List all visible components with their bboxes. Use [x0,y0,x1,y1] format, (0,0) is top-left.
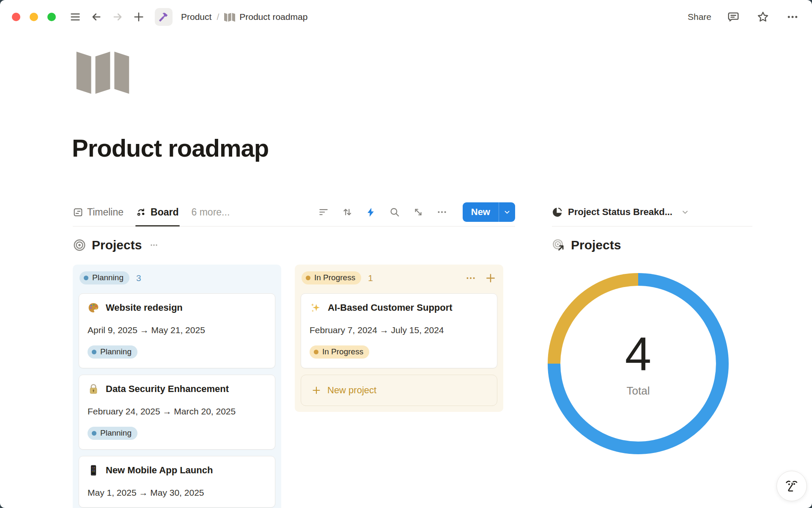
status-badge-in-progress: In Progress [310,345,369,359]
window-controls [12,13,56,21]
more-options-icon[interactable] [785,9,800,25]
palette-icon [88,302,99,314]
target-icon [73,238,86,252]
column-name: In Progress [314,273,355,282]
column-more-icon[interactable] [465,273,476,284]
new-button[interactable]: New [463,202,515,222]
status-badge-planning: Planning [80,271,129,284]
view-header: Timeline Board 6 more... [73,198,515,226]
tab-timeline-label: Timeline [87,207,123,218]
chart-section-head: Projects [552,234,752,256]
new-project-button[interactable]: New project [301,375,497,406]
new-button-label: New [463,202,499,222]
new-button-chevron-down-icon[interactable] [499,202,515,222]
comments-icon[interactable] [726,9,741,25]
board-title: Projects [92,238,142,252]
card-title: Website redesign [106,302,183,313]
hammer-icon[interactable] [155,8,173,26]
tab-board[interactable]: Board [136,198,178,226]
column-in-progress: In Progress 1 [295,265,503,412]
breadcrumb-root[interactable]: Product [181,12,211,22]
share-button[interactable]: Share [688,12,711,22]
column-count: 1 [368,273,373,283]
chart-title: Projects [571,238,621,252]
card-dates: February 24, 2025 → March 20, 2025 [88,406,266,417]
new-tab-plus-icon[interactable] [131,9,146,25]
card-data-security-enhancement[interactable]: Data Security Enhancement February 24, 2… [79,375,275,450]
board-icon [136,207,147,218]
expand-icon[interactable] [413,207,424,218]
filter-icon[interactable] [318,207,329,218]
card-dates: May 1, 2025 → May 30, 2025 [88,488,266,498]
status-badge-planning: Planning [88,345,137,359]
mobile-phone-icon [88,464,99,476]
card-title: Data Security Enhancement [106,384,229,395]
chart-view-selector[interactable]: Project Status Breakd... [552,207,689,218]
column-count: 3 [136,273,141,283]
breadcrumb-separator: / [217,12,219,22]
board-options-icon[interactable] [149,240,159,250]
card-dates: April 9, 2025 → May 21, 2025 [88,325,266,335]
view-more-icon[interactable] [436,207,447,218]
column-planning-header[interactable]: Planning 3 [79,270,275,287]
board-section-head: Projects [73,234,515,256]
sort-icon[interactable] [342,207,353,218]
tab-board-label: Board [151,207,178,218]
topbar: Product / Product roadmap Share [0,0,812,34]
search-icon[interactable] [389,207,400,218]
tab-timeline[interactable]: Timeline [73,198,123,226]
close-window-button[interactable] [12,13,20,21]
forward-icon[interactable] [110,9,125,25]
donut-center: 4 Total [548,273,729,454]
column-in-progress-header[interactable]: In Progress 1 [301,270,497,287]
lock-icon [88,383,99,395]
back-icon[interactable] [89,9,104,25]
automation-bolt-icon[interactable] [365,207,376,218]
favorite-star-icon[interactable] [755,9,771,25]
new-project-label: New project [327,385,376,396]
target-link-icon [552,238,565,252]
app-window: Product / Product roadmap Share [0,0,812,508]
board-pane: Timeline Board 6 more... [73,198,515,508]
card-website-redesign[interactable]: Website redesign April 9, 2025 → May 21,… [79,293,275,368]
notion-ai-face-icon [783,478,800,494]
view-toolbar: New [318,202,515,222]
chart-pane: Project Status Breakd... Projects [552,198,752,454]
topbar-actions: Share [688,9,800,25]
map-icon [224,12,235,22]
card-title: New Mobile App Launch [106,465,213,476]
board-columns: Planning 3 [73,265,515,508]
status-dot [84,276,88,280]
breadcrumb-current[interactable]: Product roadmap [239,12,307,22]
card-new-mobile-app-launch[interactable]: New Mobile App Launch May 1, 2025 → May … [79,456,275,508]
pie-chart-icon [552,207,563,218]
sidebar-menu-icon[interactable] [68,9,83,25]
donut-chart-wrap: 4 Total [548,273,729,454]
sparkles-icon [310,302,321,314]
timeline-icon [73,207,83,218]
column-add-icon[interactable] [485,272,497,284]
page-icon-map[interactable] [75,47,130,95]
minimize-window-button[interactable] [30,13,38,21]
notion-ai-button[interactable] [776,471,807,501]
plus-icon [311,385,321,395]
zoom-window-button[interactable] [47,13,56,21]
donut-total-value: 4 [625,330,651,378]
column-name: Planning [92,273,123,282]
status-dot [306,276,310,280]
column-planning: Planning 3 [73,265,281,508]
chevron-down-icon [681,208,689,216]
card-dates: February 7, 2024 → July 15, 2024 [310,325,488,335]
more-views-button[interactable]: 6 more... [192,207,230,218]
card-title: AI-Based Customer Support [328,302,453,313]
chart-selector-label: Project Status Breakd... [568,207,672,218]
status-badge-planning: Planning [88,427,137,440]
breadcrumb: Product / Product roadmap [152,8,307,26]
donut-total-label: Total [627,384,650,398]
status-badge-in-progress: In Progress [302,271,361,284]
card-ai-based-customer-support[interactable]: AI-Based Customer Support February 7, 20… [301,293,497,368]
page-title: Product roadmap [72,134,269,162]
